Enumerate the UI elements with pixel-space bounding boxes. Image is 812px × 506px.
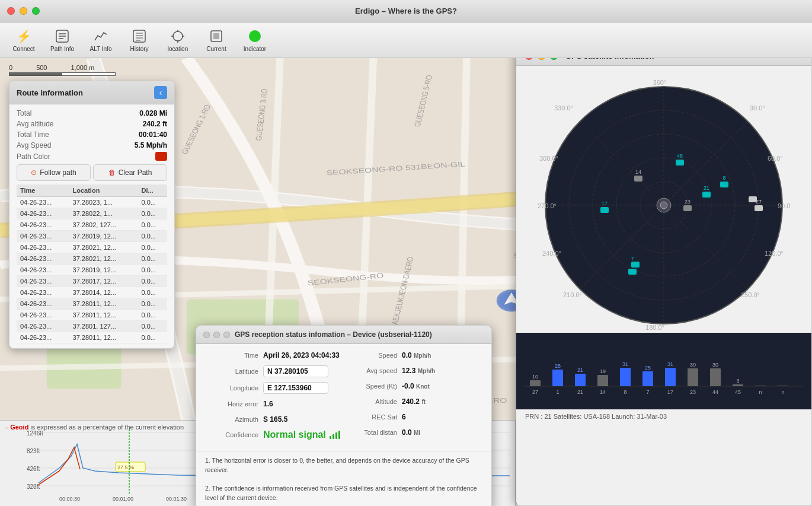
altitude-value2: 240.2 ft [402,396,467,407]
table-cell-di: 0.0... [138,253,167,265]
svg-rect-107 [620,368,631,386]
toolbar-item-indicator[interactable]: Indicator [237,25,273,56]
svg-text:SEOKSEONG-RO 531BEON-GIL: SEOKSEONG-RO 531BEON-GIL [326,160,466,177]
gps-field-longitude: Longitude E 127.153960 [205,382,344,394]
toolbar-item-history[interactable]: History [122,25,157,56]
geoid-label: Geoid [10,424,28,431]
svg-rect-110 [642,371,653,386]
svg-text:3: 3 [736,378,739,384]
svg-text:30: 30 [712,362,718,368]
svg-text:120.0°: 120.0° [765,250,784,257]
table-cell-location: 37.28023, 1... [69,197,138,208]
radar-container: 360° 30.0° 60.0° 90.0° 120.0° 150.0° 180… [516,66,811,339]
gps-field-horiz-error: Horiz error 1.6 [205,399,344,409]
path-color-swatch[interactable] [155,152,167,161]
clear-path-icon: 🗑 [108,168,116,177]
svg-point-89 [660,202,667,209]
toolbar-item-path-info[interactable]: Path Info [44,25,80,56]
gps-dot-3 [223,332,230,338]
svg-rect-95 [530,380,541,386]
total-time-value: 00:01:40 [139,131,167,139]
table-cell-location: 37.28021, 12... [69,253,138,265]
route-data-table: Time Location Di... 04-26-23...37.28023,… [17,184,167,343]
table-row: 04-26-23...37.28014, 12...0.0... [17,287,167,298]
total-label: Total [17,109,31,117]
route-info-title: Route information [17,88,83,97]
gps-right-col: Speed 0.0 Mph/h Avg speed 12.3 Mph/h Spe… [344,350,482,445]
table-row: 04-26-23...37.28019, 12...0.0... [17,265,167,276]
close-button[interactable] [7,7,15,15]
table-cell-di: 0.0... [138,242,167,253]
gps-status-header: GPS reception status infomation – Device… [196,326,491,344]
table-cell-di: 0.0... [138,276,167,287]
svg-rect-93 [525,336,803,407]
maximize-button[interactable] [32,7,40,15]
svg-rect-75 [634,176,642,182]
table-row: 04-26-23...37.28022, 1...0.0... [17,208,167,219]
svg-text:8: 8 [723,175,725,181]
svg-text:8: 8 [624,389,626,395]
path-info-icon [54,28,71,44]
svg-text:60.0°: 60.0° [768,155,783,162]
gps-field-rec-sat: REC Sat 6 [344,412,482,422]
radar-svg: 360° 30.0° 60.0° 90.0° 120.0° 150.0° 180… [536,78,791,333]
connect-icon: ⚡ [15,28,32,44]
scale-500: 500 [36,64,47,71]
svg-text:17: 17 [667,389,673,395]
avg-speed-label2: Avg speed [344,367,397,374]
clear-path-button[interactable]: 🗑 Clear Path [93,164,167,181]
gps-status-title: GPS reception status infomation – Device… [235,330,432,339]
gps-field-speed: Speed 0.0 Mph/h [344,350,482,361]
rec-sat-value: 6 [402,412,467,422]
svg-text:10: 10 [532,374,538,380]
minimize-button[interactable] [20,7,27,15]
gps-dot-2 [213,332,220,338]
svg-text:30.0°: 30.0° [750,104,765,112]
speed-value: 0.0 Mph/h [402,350,467,361]
table-cell-time: 04-26-23... [17,208,69,219]
table-cell-di: 0.0... [138,231,167,242]
svg-text:27: 27 [532,389,538,395]
follow-path-button[interactable]: ⊙ Follow path [17,164,91,181]
gps-note-1: 1. The horizontal error is closer to 0, … [205,456,482,475]
svg-text:45: 45 [735,389,741,395]
chart-label: – Geoid is expressed as a percentage of … [5,424,184,431]
table-cell-time: 04-26-23... [17,219,69,231]
toolbar-item-connect[interactable]: ⚡ Connect [6,25,41,56]
svg-text:25: 25 [645,365,651,371]
gps-field-total-dist: Total distan 0.0 Mi [344,427,482,438]
table-cell-time: 04-26-23... [17,310,69,321]
svg-rect-101 [575,374,586,386]
gps-status-body: Time April 26, 2023 04:04:33 Latitude N … [196,344,491,451]
table-cell-di: 0.0... [138,287,167,298]
avg-altitude-value: 240.2 ft [143,120,167,128]
gps-dot-1 [203,332,210,338]
svg-rect-122 [733,384,743,386]
table-row: 04-26-23...37.2801, 127...0.0... [17,321,167,332]
svg-text:150.0°: 150.0° [741,291,760,298]
gps-header-dots [203,332,230,338]
svg-rect-91 [628,269,637,275]
route-info-toggle-button[interactable]: ‹ [154,86,167,99]
svg-rect-73 [676,160,684,166]
time-value: April 26, 2023 04:04:33 [263,350,340,361]
history-icon [131,28,148,44]
table-cell-location: 37.28011, 12... [69,310,138,321]
toolbar-item-current[interactable]: Current [199,25,234,56]
table-cell-time: 04-26-23... [17,242,69,253]
svg-text:44: 44 [712,389,718,395]
table-cell-location: 37.2801, 127... [69,321,138,332]
toolbar-label-current: Current [206,46,226,52]
svg-point-9 [173,31,183,41]
gps-left-col: Time April 26, 2023 04:04:33 Latitude N … [205,350,344,445]
toolbar-item-location[interactable]: location [160,25,196,56]
svg-text:7: 7 [646,389,649,395]
svg-text:31: 31 [622,361,628,367]
table-cell-location: 37.28011, 12... [69,298,138,310]
svg-text:n: n [759,389,762,395]
toolbar-item-alt-info[interactable]: ALT Info [83,25,119,56]
total-value: 0.028 Mi [139,109,167,117]
svg-rect-113 [665,368,676,386]
longitude-value: E 127.153960 [263,382,328,394]
svg-rect-116 [688,368,698,386]
